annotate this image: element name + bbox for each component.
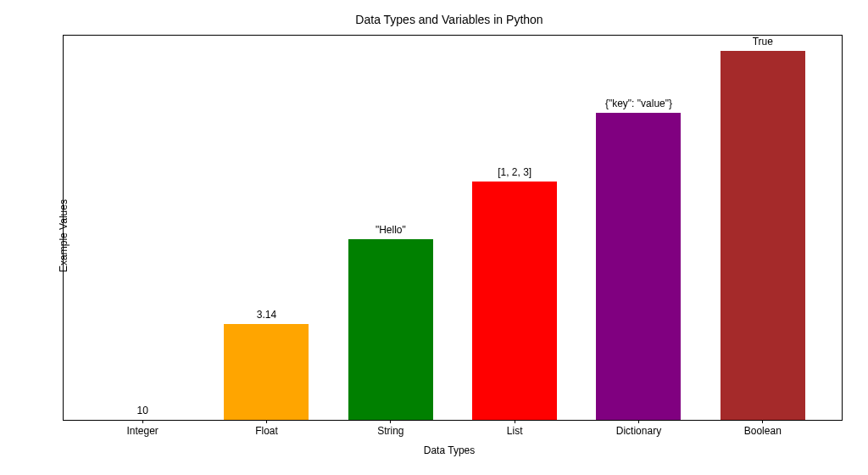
bar-boolean	[721, 51, 805, 420]
bar-data-label: True	[753, 36, 773, 48]
plot-area: 10 Integer 3.14 Float "Hello" String [1,…	[63, 35, 843, 421]
xtick-label: Dictionary	[616, 425, 661, 437]
bar-data-label: "Hello"	[376, 224, 406, 236]
bar-group: [1, 2, 3] List	[453, 36, 576, 420]
bar-group: {"key": "value"} Dictionary	[576, 36, 700, 420]
bar-dictionary	[596, 113, 681, 420]
xtick-mark	[515, 420, 515, 423]
xtick-label: Float	[255, 425, 278, 437]
bar-data-label: 3.14	[257, 309, 276, 321]
xtick-label: String	[377, 425, 403, 437]
chart-title: Data Types and Variables in Python	[51, 13, 848, 26]
xtick-label: Boolean	[744, 425, 782, 437]
bar-string	[348, 239, 433, 420]
xtick-mark	[762, 420, 763, 423]
bar-group: True Boolean	[701, 36, 825, 420]
bars-area: 10 Integer 3.14 Float "Hello" String [1,…	[64, 36, 842, 420]
x-axis-label: Data Types	[51, 444, 848, 456]
xtick-label: Integer	[126, 425, 158, 437]
xtick-mark	[638, 420, 639, 423]
bar-group: 10 Integer	[81, 36, 204, 420]
bar-data-label: [1, 2, 3]	[498, 166, 531, 178]
bar-data-label: {"key": "value"}	[605, 98, 672, 109]
xtick-mark	[142, 420, 143, 423]
chart-container: Data Types and Variables in Python Examp…	[51, 13, 848, 458]
bar-list	[472, 182, 557, 420]
xtick-mark	[266, 420, 267, 423]
xtick-label: List	[507, 425, 523, 437]
bar-group: 3.14 Float	[204, 36, 328, 420]
bar-group: "Hello" String	[329, 36, 453, 420]
bar-float	[224, 324, 309, 420]
bar-data-label: 10	[136, 405, 147, 416]
xtick-mark	[390, 420, 391, 423]
